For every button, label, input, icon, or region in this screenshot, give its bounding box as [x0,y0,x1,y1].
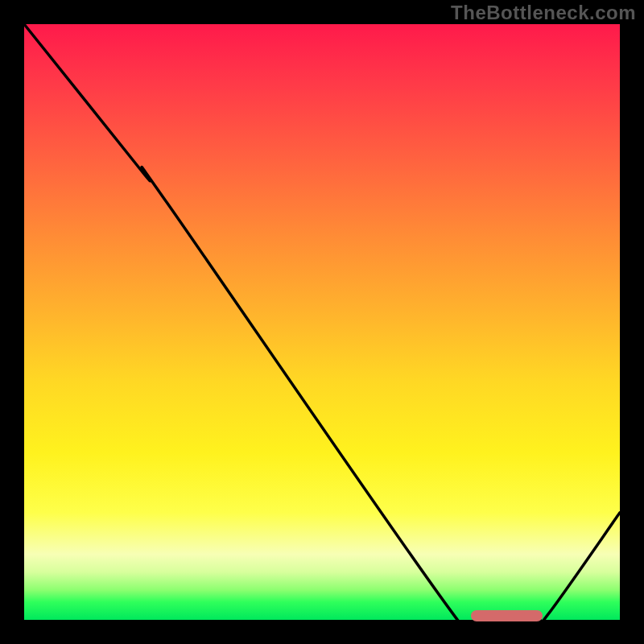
bottleneck-curve [24,24,620,620]
valley-marker [471,610,543,621]
watermark-label: TheBottleneck.com [451,2,636,24]
plot-area [24,24,620,620]
chart-frame: TheBottleneck.com [0,0,644,644]
